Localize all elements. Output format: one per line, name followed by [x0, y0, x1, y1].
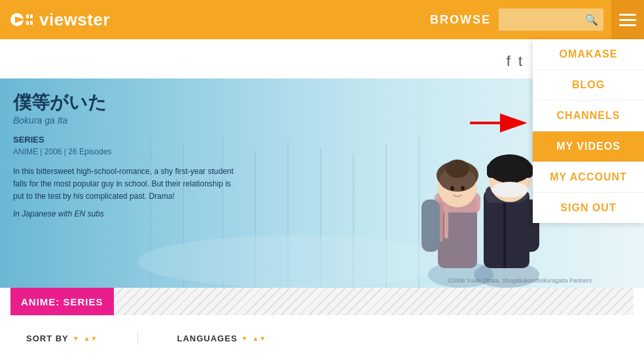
svg-point-32: [450, 186, 454, 191]
hero-meta: ANIME | 2006 | 26 Episodes: [13, 147, 236, 156]
menu-item-omakase[interactable]: OMAKASE: [533, 39, 644, 70]
menu-item-my-account[interactable]: MY ACCOUNT: [533, 162, 644, 193]
logo-text: viewster: [39, 10, 110, 30]
svg-rect-2: [26, 14, 29, 18]
hero-content: 僕等がいた Bokura ga Ita SERIES ANIME | 2006 …: [13, 92, 236, 218]
svg-rect-5: [30, 21, 33, 25]
search-input[interactable]: [504, 14, 582, 25]
hero-badge: SERIES: [13, 135, 45, 145]
section-pattern: [114, 288, 634, 315]
filter-bar: SORT BY ▼ ▲▼ LANGUAGES ▼ ▲▼: [0, 315, 644, 361]
svg-rect-4: [26, 21, 29, 25]
twitter-icon[interactable]: t: [518, 53, 522, 70]
menu-item-channels[interactable]: CHANNELS: [533, 101, 644, 131]
hamburger-button[interactable]: [611, 0, 644, 39]
languages-filter[interactable]: LANGUAGES ▼ ▲▼: [177, 334, 267, 343]
languages-label: LANGUAGES: [177, 334, 238, 343]
hero-description: In this bittersweet high-school-romance,…: [13, 165, 236, 203]
social-strip: f t: [0, 44, 533, 78]
hero-language: In Japanese with EN subs: [13, 209, 236, 218]
hamburger-line-2: [619, 19, 636, 21]
svg-point-33: [461, 186, 465, 191]
sort-by-arrow-icon: ▼: [73, 335, 80, 342]
menu-item-my-videos[interactable]: MY VIDEOS: [533, 131, 644, 162]
logo-area: viewster: [10, 10, 430, 30]
browse-label: BROWSE: [430, 13, 491, 27]
svg-point-31: [446, 160, 469, 178]
svg-rect-27: [444, 206, 448, 239]
search-icon[interactable]: 🔍: [585, 14, 598, 26]
section-badge-text: ANIME: [21, 296, 56, 307]
menu-item-blog[interactable]: BLOG: [533, 70, 644, 101]
hamburger-line-1: [619, 14, 636, 16]
svg-rect-40: [487, 163, 533, 178]
sort-by-label: SORT BY: [26, 334, 69, 343]
section-type-text: SERIES: [63, 296, 103, 307]
section-badge: ANIME : SERIES: [10, 288, 114, 315]
sort-by-filter[interactable]: SORT BY ▼ ▲▼: [26, 334, 98, 343]
languages-arrows-icon: ▲▼: [252, 335, 266, 342]
section-colon: :: [56, 296, 63, 307]
languages-arrow-icon: ▼: [241, 335, 249, 342]
svg-point-43: [492, 182, 528, 198]
menu-item-sign-out[interactable]: SIGN OUT: [533, 193, 644, 223]
hero-title-english: Bokura ga Ita: [13, 115, 236, 126]
facebook-icon[interactable]: f: [507, 53, 510, 70]
filter-separator: [137, 332, 138, 345]
dropdown-menu: OMAKASE BLOG CHANNELS MY VIDEOS MY ACCOU…: [533, 39, 644, 223]
logo-icon: [10, 10, 34, 29]
hamburger-line-3: [619, 24, 636, 26]
svg-rect-3: [30, 14, 33, 18]
hero-copyright: ©2006 Yuuki Obata, Shogakukan/Bokuragait…: [448, 277, 592, 284]
search-bar[interactable]: 🔍: [499, 9, 603, 31]
sort-by-arrows-icon: ▲▼: [84, 335, 98, 342]
section-bar: ANIME : SERIES: [0, 288, 644, 315]
svg-rect-44: [421, 199, 440, 252]
header: viewster BROWSE 🔍: [0, 0, 644, 39]
hero-title-japanese: 僕等がいた: [13, 92, 236, 114]
